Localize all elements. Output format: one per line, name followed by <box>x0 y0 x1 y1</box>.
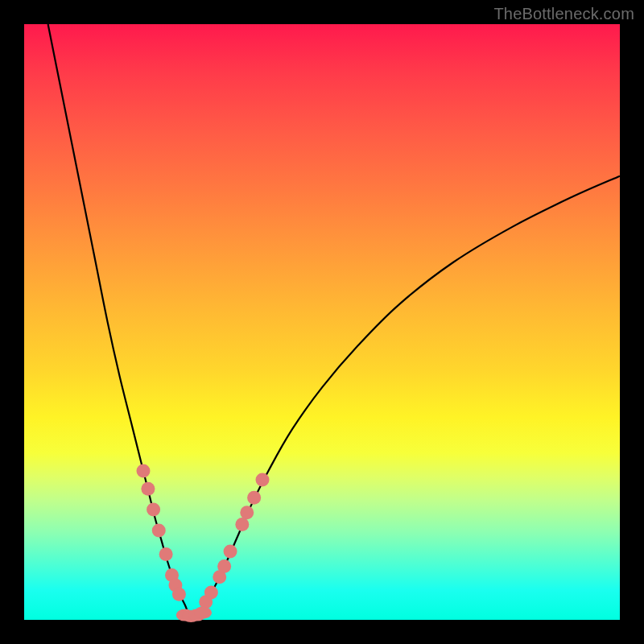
data-marker-valley <box>194 607 212 619</box>
data-marker <box>204 585 218 599</box>
data-marker <box>137 464 151 478</box>
data-marker <box>247 491 261 505</box>
data-marker <box>147 503 160 517</box>
data-marker <box>217 559 231 573</box>
data-marker <box>235 518 249 531</box>
data-marker <box>152 524 166 538</box>
data-marker <box>256 473 270 487</box>
data-marker <box>240 506 254 519</box>
curve-left-branch <box>48 24 192 620</box>
curve-right-branch <box>191 176 620 620</box>
bottleneck-curve-chart <box>24 24 620 620</box>
data-markers <box>137 464 270 623</box>
data-marker <box>224 544 237 558</box>
data-marker <box>159 547 173 561</box>
data-marker <box>172 588 186 601</box>
watermark-text: TheBottleneck.com <box>493 5 634 23</box>
data-marker <box>141 482 155 496</box>
